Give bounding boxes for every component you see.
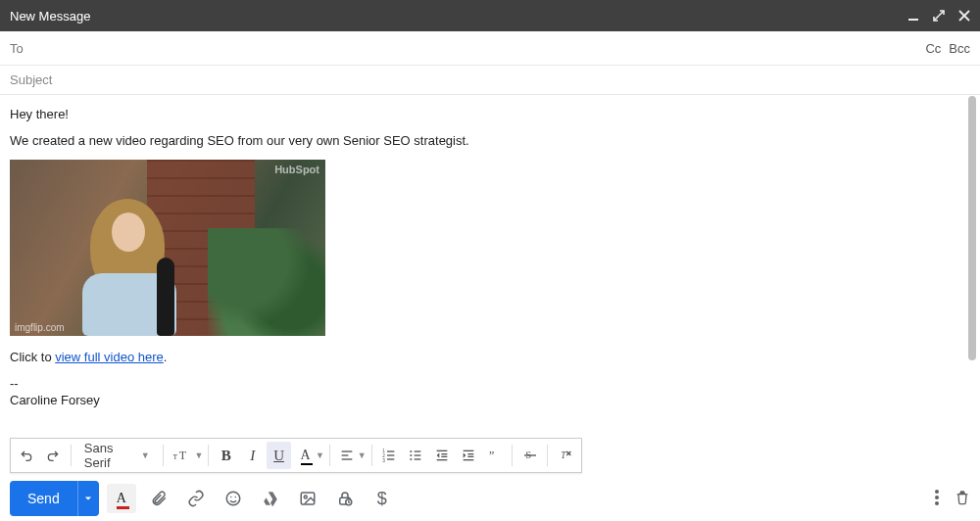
bulleted-list-icon[interactable] — [404, 442, 428, 469]
discard-draft-icon[interactable] — [955, 489, 970, 509]
send-button-group: Send — [10, 481, 99, 516]
body-cta: Click to view full video here. — [10, 350, 970, 364]
cta-suffix: . — [164, 350, 168, 364]
indent-less-icon[interactable] — [430, 442, 455, 469]
more-options-icon[interactable] — [935, 490, 939, 508]
chevron-down-icon[interactable]: ▼ — [358, 450, 367, 460]
separator — [512, 445, 513, 466]
window-controls — [907, 10, 970, 22]
insert-emoji-icon[interactable] — [219, 484, 248, 513]
svg-rect-0 — [908, 19, 918, 21]
send-options-dropdown[interactable] — [77, 481, 99, 516]
svg-point-36 — [304, 496, 307, 498]
numbered-list-icon[interactable]: 123 — [377, 442, 402, 469]
formatting-toolbar: Sans Serif ▼ тT ▼ B I U A ▼ ▼ 123 ” S T — [10, 438, 582, 473]
body-scrollbar[interactable] — [968, 96, 976, 360]
separator — [371, 445, 372, 466]
font-size-icon[interactable]: тT — [168, 442, 192, 469]
to-row: To Cc Bcc — [0, 31, 980, 66]
svg-point-39 — [935, 490, 939, 494]
insert-photo-icon[interactable] — [293, 484, 322, 513]
bottom-toolbar: Send A $ — [0, 481, 980, 521]
window-title: New Message — [10, 9, 907, 24]
close-icon[interactable] — [958, 10, 970, 22]
attach-file-icon[interactable] — [144, 484, 173, 513]
font-family-label: Sans Serif — [84, 441, 135, 470]
chevron-down-icon: ▼ — [141, 450, 150, 460]
svg-text:т: т — [173, 451, 177, 461]
extra-recipient-fields: Cc Bcc — [925, 41, 970, 56]
subject-input[interactable] — [10, 72, 970, 87]
body-greeting: Hey there! — [10, 107, 970, 121]
window-titlebar: New Message — [0, 0, 980, 31]
remove-formatting-icon[interactable]: T — [553, 442, 577, 469]
svg-text:”: ” — [489, 449, 494, 462]
body-line1: We created a new video regarding SEO fro… — [10, 133, 970, 148]
chevron-down-icon[interactable]: ▼ — [194, 450, 203, 460]
svg-text:T: T — [561, 450, 566, 460]
formatting-options-button[interactable]: A — [107, 484, 136, 513]
svg-point-33 — [230, 497, 232, 498]
insert-signature-icon[interactable]: $ — [368, 484, 397, 513]
signature-divider: -- — [10, 376, 970, 391]
separator — [163, 445, 164, 466]
italic-button[interactable]: I — [240, 442, 265, 469]
subject-row — [0, 66, 980, 95]
to-label: To — [10, 41, 24, 56]
trailing-actions — [935, 489, 970, 509]
insert-drive-icon[interactable] — [256, 484, 285, 513]
font-family-select[interactable]: Sans Serif ▼ — [76, 442, 158, 469]
svg-point-41 — [935, 501, 939, 505]
svg-point-12 — [410, 450, 412, 452]
separator — [329, 445, 330, 466]
to-input[interactable] — [29, 41, 926, 56]
svg-point-32 — [226, 492, 240, 505]
separator — [208, 445, 209, 466]
quote-icon[interactable]: ” — [482, 442, 507, 469]
thumb-watermark-top: HubSpot — [274, 164, 319, 175]
video-thumbnail[interactable]: HubSpot imgflip.com — [10, 160, 325, 336]
svg-point-34 — [234, 497, 236, 498]
thumb-watermark-bottom: imgflip.com — [15, 322, 65, 333]
redo-icon[interactable] — [41, 442, 66, 469]
compose-body[interactable]: Hey there! We created a new video regard… — [0, 95, 980, 438]
svg-text:3: 3 — [382, 458, 385, 463]
signature-name: Caroline Forsey — [10, 393, 970, 407]
cta-prefix: Click to — [10, 350, 55, 364]
bcc-button[interactable]: Bcc — [949, 41, 970, 56]
text-color-button[interactable]: A — [293, 442, 318, 469]
strikethrough-icon[interactable]: S — [517, 442, 542, 469]
bold-button[interactable]: B — [214, 442, 238, 469]
cta-link[interactable]: view full video here — [55, 350, 164, 364]
insert-link-icon[interactable] — [181, 484, 211, 513]
underline-button[interactable]: U — [267, 442, 291, 469]
align-button[interactable] — [335, 442, 360, 469]
separator — [547, 445, 548, 466]
svg-point-13 — [410, 454, 412, 456]
send-button[interactable]: Send — [10, 481, 77, 516]
undo-icon[interactable] — [15, 442, 39, 469]
minimize-icon[interactable] — [907, 10, 919, 22]
separator — [71, 445, 72, 466]
svg-text:T: T — [179, 449, 187, 462]
indent-more-icon[interactable] — [456, 442, 480, 469]
popout-icon[interactable] — [933, 10, 945, 22]
chevron-down-icon[interactable]: ▼ — [316, 450, 324, 460]
svg-point-14 — [410, 458, 412, 460]
svg-point-40 — [935, 496, 939, 499]
confidential-mode-icon[interactable] — [330, 484, 360, 513]
cc-button[interactable]: Cc — [925, 41, 941, 56]
